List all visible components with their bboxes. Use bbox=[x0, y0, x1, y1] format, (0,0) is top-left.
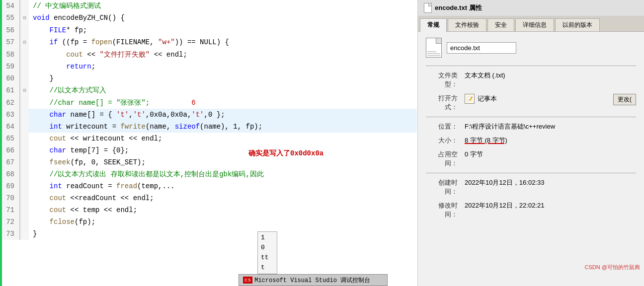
table-row: 66 char temp[7] = {0}; bbox=[0, 144, 417, 156]
code-line: if ((fp = fopen(FILENAME, "w+")) == NULL… bbox=[29, 36, 417, 49]
collapse-indicator bbox=[20, 49, 29, 61]
line-number: 54 bbox=[0, 0, 20, 12]
tab-previous[interactable]: 以前的版本 bbox=[555, 18, 600, 31]
code-line: } bbox=[29, 72, 417, 84]
csdn-watermark: CSDN @可怕的竹鼠商 bbox=[585, 264, 640, 271]
code-line: } bbox=[29, 228, 417, 240]
debug-console: cs Microsoft Visual Studio 调试控制台 bbox=[239, 274, 388, 286]
tab-checksum[interactable]: 文件校验 bbox=[448, 18, 486, 31]
divider-2 bbox=[426, 117, 636, 117]
line-number: 65 bbox=[0, 133, 20, 144]
occupied-row: 占用空间： 0 字节 bbox=[426, 150, 636, 168]
tab-details[interactable]: 详细信息 bbox=[515, 18, 554, 31]
open-with-row: 打开方式： 📝 记事本 更改( bbox=[426, 94, 636, 112]
collapse-indicator bbox=[20, 192, 29, 204]
divider-1 bbox=[426, 66, 636, 66]
code-table: 54// 中文编码格式测试55⊟void encodeByZH_CN() {56… bbox=[0, 0, 417, 240]
output-val-1: 1 bbox=[261, 233, 274, 243]
table-row: 69 int readCount = fread(temp,... bbox=[0, 180, 417, 192]
code-line: fclose(fp); bbox=[29, 216, 417, 228]
collapse-indicator bbox=[20, 204, 29, 216]
table-row: 71 cout << temp << endl; bbox=[0, 204, 417, 216]
collapse-indicator bbox=[20, 168, 29, 180]
modified-value: 2022年10月12日，22:02:21 bbox=[465, 201, 636, 210]
collapse-indicator bbox=[20, 216, 29, 228]
code-editor: 54// 中文编码格式测试55⊟void encodeByZH_CN() {56… bbox=[0, 0, 417, 286]
collapse-indicator bbox=[20, 61, 29, 72]
props-tabs: 常规 文件校验 安全 详细信息 以前的版本 bbox=[418, 16, 644, 32]
change-app-button[interactable]: 更改( bbox=[613, 94, 636, 105]
collapse-indicator[interactable]: ⊟ bbox=[20, 84, 29, 97]
output-val-2: 0 bbox=[261, 243, 274, 253]
file-properties-dialog: encode.txt 属性 常规 文件校验 安全 详细信息 以前的版本 文件类型… bbox=[417, 0, 644, 286]
table-row: 54// 中文编码格式测试 bbox=[0, 0, 417, 12]
occupied-label: 占用空间： bbox=[426, 150, 461, 168]
props-body: 文件类型： 文本文档 (.txt) 打开方式： 📝 记事本 更改( 位置： F:… bbox=[418, 32, 644, 286]
collapse-indicator bbox=[20, 24, 29, 36]
green-bar bbox=[0, 0, 2, 286]
collapse-indicator bbox=[20, 133, 29, 144]
code-line: // 中文编码格式测试 bbox=[29, 0, 417, 12]
line-number: 56 bbox=[0, 24, 20, 36]
collapse-indicator bbox=[20, 228, 29, 240]
filename-box bbox=[426, 38, 636, 58]
collapse-indicator bbox=[20, 156, 29, 168]
table-row: 62 //char name[] = "张张张"; 6 bbox=[0, 97, 417, 109]
table-row: 72 fclose(fp); bbox=[0, 216, 417, 228]
created-value: 2022年10月12日，16:02:33 bbox=[465, 178, 636, 187]
filename-input[interactable] bbox=[447, 42, 516, 54]
tab-security[interactable]: 安全 bbox=[487, 18, 514, 31]
code-line: //char name[] = "张张张"; 6 bbox=[29, 97, 417, 109]
line-number: 64 bbox=[0, 121, 20, 133]
file-type-value: 文本文档 (.txt) bbox=[465, 71, 636, 80]
collapse-indicator[interactable]: ⊟ bbox=[20, 12, 29, 24]
code-line: cout << temp << endl; bbox=[29, 204, 417, 216]
open-with-app: 记事本 bbox=[478, 94, 497, 103]
line-number: 67 bbox=[0, 156, 20, 168]
code-line: cout << writecount << endl; bbox=[29, 133, 417, 144]
table-row: 59 return; bbox=[0, 61, 417, 72]
line-number: 69 bbox=[0, 180, 20, 192]
line-number: 68 bbox=[0, 168, 20, 180]
table-row: 57⊟ if ((fp = fopen(FILENAME, "w+")) == … bbox=[0, 36, 417, 49]
collapse-indicator bbox=[20, 109, 29, 121]
collapse-indicator bbox=[20, 144, 29, 156]
created-label: 创建时间： bbox=[426, 178, 461, 196]
red-annotation: 确实是写入了0x0d0x0a bbox=[248, 149, 323, 158]
code-line: fseek(fp, 0, SEEK_SET); bbox=[29, 156, 417, 168]
table-row: 64 int writecount = fwrite(name, sizeof(… bbox=[0, 121, 417, 133]
line-number: 59 bbox=[0, 61, 20, 72]
collapse-indicator[interactable]: ⊟ bbox=[20, 36, 29, 49]
line-number: 62 bbox=[0, 97, 20, 109]
code-line: return; bbox=[29, 61, 417, 72]
code-line: cout <<readCount << endl; bbox=[29, 192, 417, 204]
output-val-5: t bbox=[261, 263, 274, 273]
location-row: 位置： F:\程序设计语言基础\c++review bbox=[426, 122, 636, 131]
created-row: 创建时间： 2022年10月12日，16:02:33 bbox=[426, 178, 636, 196]
collapse-indicator bbox=[20, 121, 29, 133]
table-row: 58 cout << "文件打开失败" << endl; bbox=[0, 49, 417, 61]
size-row: 大小： 8 字节 (8 字节) bbox=[426, 136, 636, 145]
file-type-label: 文件类型： bbox=[426, 71, 461, 89]
code-line: FILE* fp; bbox=[29, 24, 417, 36]
table-row: 68 //以文本方式读出 存取和读出都是以文本,控制台出是gbk编码,因此 bbox=[0, 168, 417, 180]
code-line: //以文本方式写入 bbox=[29, 84, 417, 97]
table-row: 65 cout << writecount << endl; bbox=[0, 133, 417, 144]
line-number: 72 bbox=[0, 216, 20, 228]
debug-console-title: Microsoft Visual Studio 调试控制台 bbox=[254, 276, 370, 285]
code-line: void encodeByZH_CN() { bbox=[29, 12, 417, 24]
table-row: 60 } bbox=[0, 72, 417, 84]
code-line: int writecount = fwrite(name, sizeof(nam… bbox=[29, 121, 417, 133]
line-number: 60 bbox=[0, 72, 20, 84]
line-number: 61 bbox=[0, 84, 20, 97]
occupied-value: 0 字节 bbox=[465, 150, 636, 159]
code-line: //以文本方式读出 存取和读出都是以文本,控制台出是gbk编码,因此 bbox=[29, 168, 417, 180]
collapse-indicator bbox=[20, 0, 29, 12]
size-label: 大小： bbox=[426, 136, 461, 145]
tab-general[interactable]: 常规 bbox=[420, 18, 447, 32]
notepad-icon: 📝 bbox=[465, 94, 475, 104]
file-icon-small bbox=[424, 3, 432, 13]
debug-output-panel: 1 0 tt t bbox=[257, 231, 277, 274]
table-row: 56 FILE* fp; bbox=[0, 24, 417, 36]
divider-3 bbox=[426, 173, 636, 173]
